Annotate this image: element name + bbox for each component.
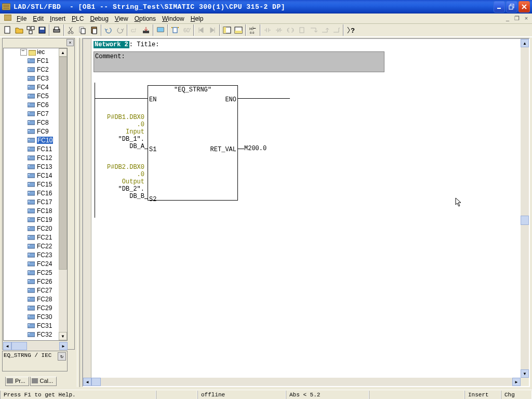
view-layout1-icon[interactable] bbox=[221, 24, 233, 36]
tree-item-fc23[interactable]: FC23 bbox=[4, 251, 67, 260]
tree-item-fc1[interactable]: FC1 bbox=[4, 57, 67, 65]
go-point-icon[interactable] bbox=[207, 24, 218, 36]
view-layout2-icon[interactable] bbox=[233, 24, 244, 36]
undo-icon[interactable] bbox=[103, 24, 114, 36]
tree-item-fc12[interactable]: FC12 bbox=[4, 154, 67, 163]
tree-item-fc2[interactable]: FC2 bbox=[4, 65, 67, 74]
tree-item-fc4[interactable]: FC4 bbox=[4, 83, 67, 92]
tree-item-fc15[interactable]: FC15 bbox=[4, 180, 67, 189]
box-icon[interactable] bbox=[296, 24, 308, 36]
menu-help[interactable]: Help bbox=[188, 14, 207, 23]
editor-scroll-up-icon[interactable]: ▲ bbox=[521, 39, 529, 47]
tree-vscrollbar[interactable]: ▲ ▼ bbox=[59, 48, 67, 340]
tree-item-fc26[interactable]: FC26 bbox=[4, 277, 67, 286]
param-s1[interactable]: P#DB1.DBX0 .0 Input "DB_1". DB_A bbox=[94, 114, 144, 150]
editor-scroll-left-icon[interactable]: ◄ bbox=[83, 378, 91, 386]
tree-item-fc20[interactable]: FC20 bbox=[4, 224, 67, 233]
monitor-icon[interactable] bbox=[155, 24, 166, 36]
menu-options[interactable]: Options bbox=[131, 14, 159, 23]
tree-item-fc28[interactable]: FC28 bbox=[4, 295, 67, 304]
function-block[interactable]: "EQ_STRNG" EN ENO S1 RET_VAL S2 bbox=[148, 85, 238, 201]
tree-scroll-right-icon[interactable]: ► bbox=[59, 342, 68, 350]
restore-button[interactable] bbox=[506, 1, 517, 12]
info-refresh-button[interactable]: ↻ bbox=[58, 352, 66, 361]
tree-item-fc3[interactable]: FC3 bbox=[4, 74, 67, 83]
menu-insert[interactable]: Insert bbox=[47, 14, 69, 23]
splitter[interactable] bbox=[77, 38, 80, 387]
block-tree[interactable]: iec FC1FC2FC3FC4FC5FC6FC7FC8FC9FC10FC11F… bbox=[3, 48, 68, 341]
editor-scroll-right-icon[interactable]: ► bbox=[512, 378, 521, 386]
tree-item-fc30[interactable]: FC30 bbox=[4, 313, 67, 322]
param-s2[interactable]: P#DB2.DBX0 .0 Output "DB_2". DB_B bbox=[94, 164, 144, 200]
tree-item-fc29[interactable]: FC29 bbox=[4, 304, 67, 313]
tree-item-fc11[interactable]: FC11 bbox=[4, 145, 67, 154]
tree-item-fc25[interactable]: FC25 bbox=[4, 269, 67, 277]
panel-close-button[interactable]: × bbox=[66, 39, 74, 46]
tree-item-fc32[interactable]: FC32 bbox=[4, 330, 67, 339]
go-start-icon[interactable] bbox=[195, 24, 207, 36]
tree-item-fc10[interactable]: FC10 bbox=[4, 136, 67, 145]
new-icon[interactable] bbox=[2, 24, 14, 36]
tree-item-fc22[interactable]: FC22 bbox=[4, 242, 67, 251]
nc-contact-icon[interactable] bbox=[273, 24, 285, 36]
redo-icon[interactable] bbox=[114, 24, 126, 36]
menu-file[interactable]: File bbox=[14, 14, 30, 23]
open-icon[interactable] bbox=[14, 24, 25, 36]
save-icon[interactable] bbox=[36, 24, 48, 36]
tree-item-fc17[interactable]: FC17 bbox=[4, 198, 67, 207]
symbol-icon[interactable]: H⊢0.0 bbox=[247, 24, 259, 36]
editor-hthumb[interactable] bbox=[91, 378, 101, 386]
paste-icon[interactable] bbox=[88, 24, 100, 36]
mdi-minimize-button[interactable]: _ bbox=[503, 14, 512, 22]
tree-item-fc19[interactable]: FC19 bbox=[4, 216, 67, 224]
menu-view[interactable]: View bbox=[112, 14, 131, 23]
tree-item-fc31[interactable]: FC31 bbox=[4, 322, 67, 330]
branch-down-icon[interactable] bbox=[308, 24, 319, 36]
tree-item-fc18[interactable]: FC18 bbox=[4, 207, 67, 216]
editor-canvas[interactable]: Network 2: Title: Comment: "EQ_STRNG" EN… bbox=[91, 39, 521, 378]
tree-hscroll-thumb[interactable] bbox=[11, 342, 27, 350]
tree-scroll-left-icon[interactable]: ◄ bbox=[3, 342, 11, 350]
overview-icon[interactable] bbox=[25, 24, 36, 36]
scroll-thumb[interactable] bbox=[59, 57, 67, 270]
tab-call[interactable]: Cal... bbox=[30, 377, 57, 386]
menu-plc[interactable]: PLC bbox=[69, 14, 87, 23]
menu-edit[interactable]: Edit bbox=[30, 14, 47, 23]
mdi-restore-button[interactable]: ❐ bbox=[512, 14, 522, 22]
minimize-button[interactable] bbox=[494, 1, 505, 12]
tree-item-fc13[interactable]: FC13 bbox=[4, 163, 67, 171]
close-button[interactable] bbox=[518, 1, 530, 12]
copy-icon[interactable] bbox=[77, 24, 88, 36]
tree-item-fc21[interactable]: FC21 bbox=[4, 233, 67, 242]
tab-program[interactable]: Pr... bbox=[5, 377, 29, 386]
menu-window[interactable]: Window bbox=[159, 14, 188, 23]
block-icon[interactable] bbox=[169, 24, 181, 36]
tree-item-fc16[interactable]: FC16 bbox=[4, 189, 67, 198]
param-retval[interactable]: M200.0 bbox=[244, 145, 275, 152]
editor-hscrollbar[interactable]: ◄ ► bbox=[83, 378, 521, 386]
help-icon[interactable]: ? bbox=[345, 24, 356, 36]
connect-icon[interactable] bbox=[330, 24, 342, 36]
comment-box[interactable]: Comment: bbox=[94, 51, 384, 72]
scroll-up-icon[interactable]: ▲ bbox=[59, 48, 67, 57]
tree-item-fc6[interactable]: FC6 bbox=[4, 101, 67, 110]
reference-icon[interactable]: C⤴ bbox=[129, 24, 140, 36]
scroll-down-icon[interactable]: ▼ bbox=[59, 332, 67, 340]
branch-up-icon[interactable] bbox=[319, 24, 330, 36]
tree-item-fc8[interactable]: FC8 bbox=[4, 118, 67, 127]
network-label[interactable]: Network 2 bbox=[94, 41, 129, 48]
menu-debug[interactable]: Debug bbox=[87, 14, 111, 23]
coil-icon[interactable] bbox=[285, 24, 296, 36]
tree-item-fc33[interactable]: FC33 bbox=[4, 339, 67, 341]
tree-item-fc5[interactable]: FC5 bbox=[4, 92, 67, 101]
no-contact-icon[interactable] bbox=[262, 24, 273, 36]
download-icon[interactable] bbox=[140, 24, 152, 36]
cut-icon[interactable] bbox=[65, 24, 77, 36]
mdi-close-button[interactable]: × bbox=[522, 14, 531, 22]
print-icon[interactable] bbox=[51, 24, 62, 36]
tree-item-fc24[interactable]: FC24 bbox=[4, 260, 67, 269]
tree-item-fc9[interactable]: FC9 bbox=[4, 127, 67, 136]
tree-folder-iec[interactable]: iec bbox=[4, 48, 67, 57]
glasses-icon[interactable]: 60' bbox=[181, 24, 192, 36]
editor-vscrollbar[interactable]: ▲ ▼ bbox=[521, 39, 529, 378]
